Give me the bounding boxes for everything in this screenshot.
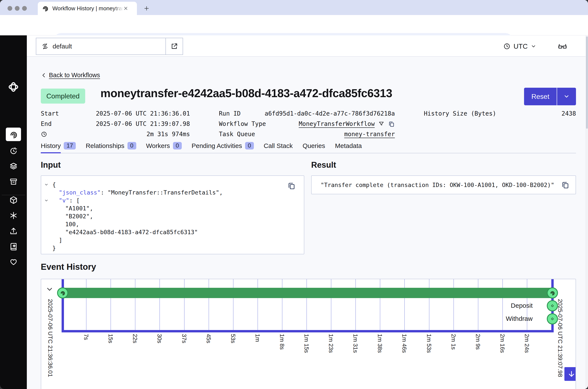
timeline-collapse-icon[interactable]	[45, 285, 54, 293]
timeline-tick-label: 1m 8s	[278, 334, 285, 350]
spiral-icon	[9, 130, 18, 139]
tab-history[interactable]: History17	[41, 142, 76, 153]
start-value: 2025-07-06 UTC 21:36:36.01	[96, 110, 190, 117]
namespace-external-link-icon[interactable]	[166, 38, 183, 55]
detail-row-start: Start 2025-07-06 UTC 21:36:36.01	[41, 109, 190, 118]
new-tab-button[interactable]	[143, 5, 150, 12]
namespace-name: default	[53, 43, 72, 50]
sidebar-item-deployments[interactable]	[0, 159, 27, 174]
run-id-value: a6fd95d1-da0c-4d2e-a77c-786f3d76218a	[265, 110, 395, 117]
json-collapse-icon[interactable]	[44, 196, 48, 203]
details-column-ids: Run ID a6fd95d1-da0c-4d2e-a77c-786f3d762…	[219, 109, 395, 138]
back-to-workflows-link[interactable]: Back to Workflows	[49, 72, 100, 79]
cube-icon	[9, 195, 18, 205]
sidebar-item-import[interactable]	[0, 223, 27, 239]
traffic-light-minimize[interactable]	[15, 6, 20, 11]
sidebar-item-schedules[interactable]	[0, 143, 27, 159]
sidebar-item-workflows[interactable]	[6, 128, 21, 141]
temporal-logo-icon[interactable]	[7, 81, 20, 93]
workflow-type-link[interactable]: MoneyTransferWorkflow	[299, 120, 375, 127]
timezone-label: UTC	[514, 42, 528, 50]
history-size-label: History Size (Bytes)	[424, 110, 496, 117]
timeline-axis-bottom	[62, 330, 554, 332]
tab-metadata[interactable]: Metadata	[335, 142, 362, 153]
workflow-end-marker[interactable]	[547, 287, 558, 298]
json-line: ]	[41, 236, 304, 244]
withdraw-label: Withdraw	[406, 315, 533, 322]
result-copy-icon[interactable]	[561, 181, 570, 189]
result-panel: "Transfer complete (transaction IDs: OKW…	[311, 175, 576, 194]
timeline-tick-label: 30s	[156, 334, 163, 343]
tab-workers[interactable]: Workers0	[146, 142, 182, 153]
json-line: }	[41, 244, 304, 252]
json-text: ]	[59, 237, 62, 243]
reset-menu-button[interactable]	[557, 88, 576, 105]
task-queue-link[interactable]: money-transfer	[344, 130, 395, 138]
task-queue-label: Task Queue	[219, 130, 255, 138]
workflow-execution-span[interactable]	[63, 288, 552, 298]
withdraw-marker[interactable]	[547, 313, 558, 324]
timeline-gridline	[331, 279, 331, 330]
timeline-tick-label: 1m 15s	[303, 334, 310, 353]
filter-icon[interactable]	[378, 121, 384, 127]
workflow-start-marker[interactable]	[57, 287, 68, 298]
tab-label: Relationships	[86, 142, 124, 149]
tab-label: Call Stack	[264, 142, 293, 149]
sidebar-item-docs[interactable]	[0, 239, 27, 254]
json-text: }	[52, 245, 56, 251]
tab-close-icon[interactable]	[123, 6, 128, 11]
timeline-gridline	[184, 279, 185, 330]
timeline-gridline	[404, 279, 405, 330]
sidebar-item-feedback[interactable]	[0, 254, 27, 270]
labs-glasses-icon[interactable]	[557, 41, 567, 51]
json-collapse-icon[interactable]	[44, 181, 48, 187]
details-column-times: Start 2025-07-06 UTC 21:36:36.01 End 202…	[41, 109, 190, 138]
input-json-panel: {"json_class": "MoneyTransfer::TransferD…	[41, 175, 304, 254]
upload-icon	[9, 227, 18, 235]
timeline-gridline	[307, 279, 307, 330]
end-label: End	[41, 120, 52, 127]
sidebar-item-batch-operations[interactable]	[0, 174, 27, 189]
timeline-gridline	[86, 279, 86, 330]
workflow-type-label: Workflow Type	[219, 120, 266, 127]
book-icon	[9, 242, 18, 251]
traffic-light-close[interactable]	[7, 6, 12, 11]
tab-pending-activities[interactable]: Pending Activities0	[192, 142, 254, 153]
deposit-marker[interactable]	[547, 300, 558, 311]
tab-count-badge: 0	[173, 142, 182, 149]
tab-label: Workers	[146, 142, 170, 149]
browser-tab[interactable]: Workflow History | moneytran	[38, 2, 137, 15]
timezone-selector[interactable]: UTC	[503, 41, 536, 52]
namespace-switch-icon	[41, 42, 49, 50]
detail-row-run-id: Run ID a6fd95d1-da0c-4d2e-a77c-786f3d762…	[219, 109, 395, 118]
json-text: {	[52, 181, 56, 188]
page-title: moneytransfer-e4242aa5-b08d-4183-a472-df…	[101, 87, 392, 100]
detail-row-workflow-type: Workflow Type MoneyTransferWorkflow	[219, 120, 395, 128]
timeline-tick-label: 2m 9s	[475, 334, 481, 350]
run-id-label: Run ID	[219, 110, 241, 117]
timeline-start-date-label: 2025-07-06 UTC 21:36:36.01	[47, 299, 54, 377]
traffic-light-zoom[interactable]	[22, 6, 27, 11]
sidebar-item-nexus[interactable]	[0, 208, 27, 223]
scroll-to-bottom-button[interactable]	[564, 367, 576, 381]
tab-relationships[interactable]: Relationships0	[86, 142, 136, 153]
tab-count-badge: 0	[245, 142, 254, 149]
copy-icon[interactable]	[388, 121, 395, 127]
tab-count-badge: 0	[128, 142, 136, 149]
namespace-selector[interactable]: default	[36, 38, 183, 55]
deposit-label: Deposit	[406, 302, 533, 309]
sidebar-item-namespaces[interactable]	[0, 192, 27, 208]
tab-queries[interactable]: Queries	[303, 142, 325, 153]
clock-icon	[503, 43, 511, 50]
tab-count-badge: 17	[64, 142, 76, 149]
json-text: "A1001",	[65, 205, 93, 212]
page-scrollbar-thumb[interactable]	[586, 36, 588, 129]
asterisk-icon	[9, 211, 18, 220]
duration-value: 2m 31s 974ms	[147, 130, 190, 138]
json-key: "v"	[59, 197, 69, 204]
workflow-tabs: History17Relationships0Workers0Pending A…	[41, 142, 576, 153]
chevron-down-icon	[531, 43, 536, 49]
tab-call-stack[interactable]: Call Stack	[264, 142, 293, 153]
reset-button[interactable]: Reset	[524, 88, 557, 105]
event-history-heading: Event History	[41, 262, 96, 272]
